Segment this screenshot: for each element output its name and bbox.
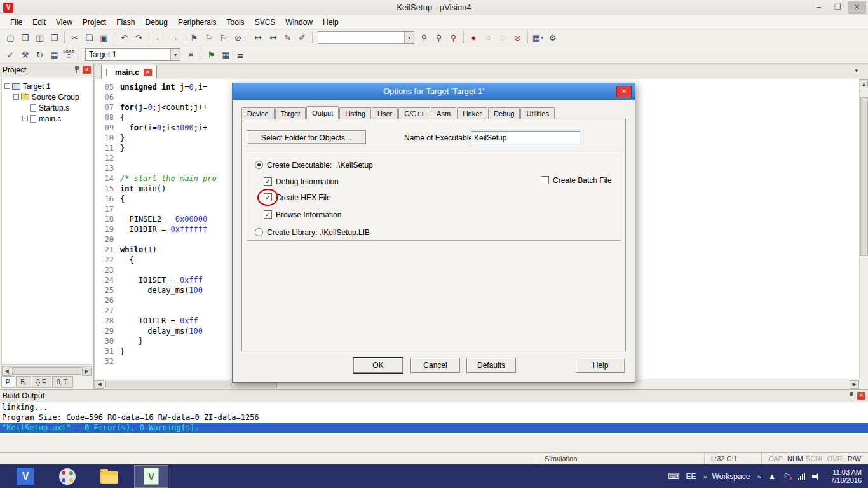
menu-item-peripherals[interactable]: Peripherals — [173, 15, 222, 29]
dialog-tab-device[interactable]: Device — [241, 107, 275, 119]
navigate-forward-icon[interactable]: → — [166, 30, 181, 44]
menu-item-file[interactable]: File — [5, 15, 27, 29]
close-panel-icon[interactable]: ✕ — [83, 66, 91, 74]
browse-information-checkbox[interactable]: ✓ — [264, 210, 272, 219]
close-tab-icon[interactable]: ✕ — [144, 69, 152, 76]
translate-icon[interactable]: ✓ — [3, 48, 18, 62]
configure-icon[interactable]: ⚙ — [545, 30, 560, 44]
chevron-down-icon[interactable]: ▾ — [541, 35, 543, 41]
workspace-label[interactable]: Workspace — [712, 472, 750, 481]
copy-icon[interactable]: ❏ — [82, 30, 97, 44]
select-folder-button[interactable]: Select Folder for Objects... — [247, 130, 366, 144]
tree-item-startup-s[interactable]: Startup.s — [2, 102, 92, 113]
menu-item-debug[interactable]: Debug — [140, 15, 173, 29]
network-signal-icon[interactable] — [797, 473, 805, 480]
save-icon[interactable]: ◫ — [32, 30, 47, 44]
tree-item-main-c[interactable]: +main.c — [2, 113, 92, 124]
tree-expander-icon[interactable]: − — [13, 94, 19, 100]
rebuild-icon[interactable]: ↻ — [32, 48, 47, 62]
find-icon[interactable]: ⚲ — [431, 30, 446, 44]
build-output-line[interactable]: linking... — [0, 402, 868, 412]
language-indicator[interactable]: EE — [686, 472, 696, 481]
tree-expander-icon[interactable]: − — [4, 83, 10, 89]
panel-tab-3[interactable]: {} F. — [32, 376, 51, 388]
tab-list-dropdown-icon[interactable]: ▾ — [855, 67, 858, 74]
scroll-left-icon[interactable]: ◀ — [95, 380, 104, 389]
dialog-tab-utilities[interactable]: Utilities — [520, 107, 554, 119]
build-output-line[interactable]: Program Size: Code=596 RO-data=16 RW-dat… — [0, 412, 868, 423]
taskbar-palette-app-icon[interactable] — [51, 466, 84, 487]
flag-icon[interactable]: ⚑ — [204, 48, 219, 62]
paste-icon[interactable]: ▣ — [97, 30, 111, 44]
help-button[interactable]: Help — [576, 358, 625, 373]
new-file-icon[interactable]: ▢ — [3, 30, 18, 44]
zoom-icon[interactable]: ⚲ — [446, 30, 461, 44]
window-titlebar[interactable]: V KeilSetup - µVision4 – ❐ ✕ — [0, 0, 868, 15]
breakpoint-disable-all-icon[interactable]: ◌ — [496, 30, 510, 44]
menu-item-tools[interactable]: Tools — [222, 15, 250, 29]
dialog-tab-linker[interactable]: Linker — [457, 107, 487, 119]
cancel-button[interactable]: Cancel — [410, 358, 460, 373]
tree-item-source-group[interactable]: −Source Group — [2, 92, 92, 102]
scrollbar-thumb[interactable] — [12, 367, 81, 375]
tree-expander-icon[interactable]: + — [22, 116, 28, 121]
dialog-tab-listing[interactable]: Listing — [339, 107, 371, 119]
menu-item-svcs[interactable]: SVCS — [250, 15, 281, 29]
chevron-down-icon[interactable]: ▾ — [404, 32, 414, 43]
keyboard-icon[interactable]: ⌨ — [668, 471, 680, 481]
find-in-files-icon[interactable]: ⚲ — [417, 30, 431, 44]
create-library-keilsetup-lib-radio[interactable] — [255, 228, 263, 236]
scroll-right-icon[interactable]: ▶ — [82, 367, 92, 376]
tray-expand-icon[interactable]: ▲ — [768, 471, 776, 481]
menu-item-view[interactable]: View — [51, 15, 78, 29]
breakpoint-disable-icon[interactable]: ○ — [481, 30, 496, 44]
navigate-back-icon[interactable]: ← — [152, 30, 166, 44]
close-button[interactable]: ✕ — [848, 1, 866, 14]
editor-vertical-scrollbar[interactable]: ▲ — [859, 79, 868, 379]
build-icon[interactable]: ⚒ — [18, 48, 32, 62]
panel-tab-2[interactable]: B. — [16, 376, 31, 388]
action-center-flag-icon[interactable]: ⚐✗ — [783, 471, 790, 481]
defaults-button[interactable]: Defaults — [466, 358, 516, 373]
menu-item-project[interactable]: Project — [78, 15, 111, 29]
dialog-titlebar[interactable]: Options for Target 'Target 1' ✕ — [233, 83, 635, 100]
panel-tab-4[interactable]: 0, T. — [52, 376, 73, 388]
scroll-right-icon[interactable]: ▶ — [850, 380, 859, 389]
create-executable-keilsetup-radio[interactable] — [255, 161, 263, 169]
panel-tab-1[interactable]: P. — [1, 376, 15, 388]
menu-item-help[interactable]: Help — [318, 15, 344, 29]
undo-icon[interactable]: ↶ — [117, 30, 132, 44]
books-icon[interactable]: ≣ — [233, 48, 248, 62]
menu-item-flash[interactable]: Flash — [111, 15, 140, 29]
cut-icon[interactable]: ✂ — [67, 30, 82, 44]
clock[interactable]: 11:03 AM 7/18/2016 — [831, 468, 862, 485]
batch-build-icon[interactable]: ▤ — [47, 48, 62, 62]
scroll-left-icon[interactable]: ◀ — [2, 367, 11, 376]
ok-button[interactable]: OK — [353, 358, 403, 373]
bookmark-prev-icon[interactable]: ⚐ — [201, 30, 216, 44]
taskbar-keil-uvision-icon[interactable]: V — [9, 466, 42, 487]
create-hex-file-checkbox[interactable]: ✓ — [264, 193, 272, 201]
maximize-button[interactable]: ❐ — [829, 1, 847, 14]
menu-item-window[interactable]: Window — [280, 15, 318, 29]
dialog-tab-target[interactable]: Target — [275, 107, 306, 119]
window-layout-icon[interactable]: ▦▾ — [531, 30, 545, 44]
minimize-button[interactable]: – — [810, 1, 828, 14]
pin-icon[interactable] — [74, 65, 80, 74]
redo-icon[interactable]: ↷ — [132, 30, 146, 44]
bookmark-toggle-icon[interactable]: ⚑ — [187, 30, 201, 44]
project-horizontal-scrollbar[interactable]: ◀ ▶ — [1, 366, 92, 376]
dialog-close-button[interactable]: ✕ — [616, 86, 632, 97]
dialog-tab-user[interactable]: User — [372, 107, 398, 119]
name-of-executable-input[interactable] — [471, 131, 580, 144]
tab-main-c[interactable]: main.c ✕ — [101, 65, 157, 79]
target-select[interactable]: Target 1▾ — [85, 48, 180, 61]
build-output-line[interactable]: "KeilSetup.axf" - 0 Error(s), 0 Warning(… — [0, 423, 868, 433]
taskbar-file-explorer-icon[interactable] — [93, 466, 126, 487]
comment-icon[interactable]: ✎ — [280, 30, 295, 44]
dialog-tab-asm[interactable]: Asm — [431, 107, 456, 119]
bookmark-clear-icon[interactable]: ⊘ — [231, 30, 245, 44]
scrollbar-thumb[interactable] — [860, 97, 868, 256]
bookmark-next-icon[interactable]: ⚐ — [216, 30, 231, 44]
indent-left-icon[interactable]: ↤ — [266, 30, 280, 44]
